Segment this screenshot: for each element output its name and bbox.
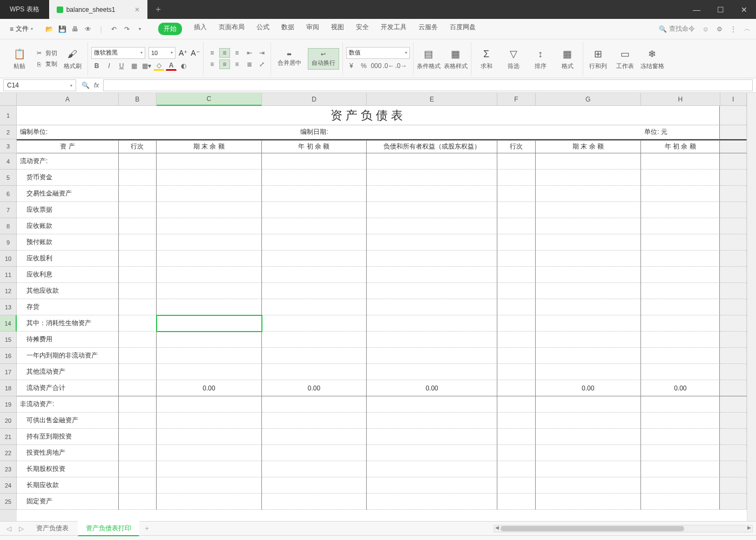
cells-area[interactable]: 资产负债表编制单位:编制日期:单位: 元资 产行次期 末 余 额年 初 余 额负… bbox=[17, 106, 747, 521]
col-header-I[interactable]: I bbox=[720, 93, 747, 106]
row-header-5[interactable]: 5 bbox=[0, 170, 17, 186]
new-tab-button[interactable]: ＋ bbox=[147, 0, 169, 19]
format-button[interactable]: ▦格式 bbox=[556, 47, 579, 70]
increase-font-icon[interactable]: A⁺ bbox=[179, 49, 187, 57]
percent-icon[interactable]: % bbox=[359, 61, 369, 71]
tab-data[interactable]: 数据 bbox=[281, 23, 294, 35]
tab-insert[interactable]: 插入 bbox=[194, 23, 207, 35]
smiley-icon[interactable]: ☺ bbox=[703, 25, 709, 33]
align-top-center-icon[interactable]: ≡ bbox=[219, 48, 230, 58]
gear-icon[interactable]: ⚙ bbox=[717, 25, 723, 33]
print-icon[interactable]: 🖶 bbox=[71, 25, 79, 33]
lens-icon[interactable]: 🔍 bbox=[82, 82, 90, 89]
tab-nav-prev-icon[interactable]: ◁ bbox=[3, 525, 15, 532]
row-header-9[interactable]: 9 bbox=[0, 234, 17, 251]
col-header-C[interactable]: C bbox=[157, 93, 262, 106]
filter-button[interactable]: ▽筛选 bbox=[502, 47, 525, 70]
row-header-8[interactable]: 8 bbox=[0, 218, 17, 234]
col-header-F[interactable]: F bbox=[497, 93, 535, 106]
paste-button[interactable]: 📋粘贴 bbox=[8, 47, 31, 70]
align-top-left-icon[interactable]: ≡ bbox=[207, 48, 218, 58]
row-header-10[interactable]: 10 bbox=[0, 251, 17, 267]
font-name-select[interactable]: 微软雅黑▾ bbox=[91, 47, 145, 59]
italic-icon[interactable]: I bbox=[104, 61, 114, 71]
close-window-icon[interactable]: ✕ bbox=[732, 0, 756, 19]
row-header-11[interactable]: 11 bbox=[0, 267, 17, 283]
col-header-B[interactable]: B bbox=[119, 93, 157, 106]
search-command[interactable]: 🔍 查找命令 bbox=[659, 24, 695, 33]
row-header-25[interactable]: 25 bbox=[0, 494, 17, 510]
row-header-4[interactable]: 4 bbox=[0, 153, 17, 170]
tab-review[interactable]: 审阅 bbox=[306, 23, 319, 35]
comma-icon[interactable]: 000 bbox=[371, 61, 382, 71]
font-color-icon[interactable]: A bbox=[166, 61, 177, 71]
preview-icon[interactable]: 👁 bbox=[84, 25, 92, 33]
row-header-19[interactable]: 19 bbox=[0, 396, 17, 413]
qat-dropdown-icon[interactable]: ▾ bbox=[136, 25, 144, 33]
maximize-icon[interactable]: ☐ bbox=[708, 0, 732, 19]
tab-baidu[interactable]: 百度网盘 bbox=[450, 23, 476, 35]
hscroll-thumb[interactable] bbox=[501, 526, 684, 531]
border-icon[interactable]: ▦ bbox=[129, 61, 139, 71]
format-brush-button[interactable]: 🖌格式刷 bbox=[60, 47, 84, 70]
select-all-corner[interactable] bbox=[0, 93, 17, 106]
align-top-right-icon[interactable]: ≡ bbox=[232, 48, 242, 58]
document-tab[interactable]: balance_sheets1 ✕ bbox=[49, 0, 148, 19]
align-justify-icon[interactable]: ≣ bbox=[244, 59, 255, 69]
number-format-select[interactable]: 数值▾ bbox=[346, 47, 410, 59]
conditional-format-button[interactable]: ▤条件格式 bbox=[417, 47, 441, 70]
col-header-G[interactable]: G bbox=[536, 93, 642, 106]
row-header-21[interactable]: 21 bbox=[0, 429, 17, 445]
increase-decimal-icon[interactable]: .0← bbox=[383, 61, 394, 71]
tab-security[interactable]: 安全 bbox=[356, 23, 369, 35]
row-header-13[interactable]: 13 bbox=[0, 299, 17, 315]
minimize-icon[interactable]: — bbox=[685, 0, 708, 19]
align-center-icon[interactable]: ≡ bbox=[219, 59, 230, 69]
tab-view[interactable]: 视图 bbox=[331, 23, 344, 35]
row-header-17[interactable]: 17 bbox=[0, 364, 17, 380]
tab-page-layout[interactable]: 页面布局 bbox=[219, 23, 245, 35]
align-left-icon[interactable]: ≡ bbox=[207, 59, 218, 69]
close-tab-icon[interactable]: ✕ bbox=[134, 6, 140, 14]
row-header-2[interactable]: 2 bbox=[0, 125, 17, 139]
worksheet-button[interactable]: ▭工作表 bbox=[613, 47, 637, 70]
file-menu[interactable]: ≡ 文件 ▾ bbox=[5, 22, 37, 36]
indent-increase-icon[interactable]: ⇥ bbox=[256, 48, 267, 58]
freeze-panes-button[interactable]: ❄冻结窗格 bbox=[640, 47, 664, 70]
indent-decrease-icon[interactable]: ⇤ bbox=[244, 48, 255, 58]
row-header-16[interactable]: 16 bbox=[0, 348, 17, 364]
orientation-icon[interactable]: ⤢ bbox=[256, 59, 267, 69]
add-sheet-icon[interactable]: ＋ bbox=[140, 524, 153, 533]
row-header-15[interactable]: 15 bbox=[0, 332, 17, 348]
view-read-icon[interactable]: ▥ bbox=[618, 538, 629, 541]
row-header-6[interactable]: 6 bbox=[0, 186, 17, 202]
row-header-1[interactable]: 1 bbox=[0, 106, 17, 125]
tab-dev-tools[interactable]: 开发工具 bbox=[381, 23, 407, 35]
cut-button[interactable]: ✂剪切 bbox=[35, 49, 57, 58]
tab-formula[interactable]: 公式 bbox=[256, 23, 269, 35]
row-header-18[interactable]: 18 bbox=[0, 380, 17, 396]
row-header-12[interactable]: 12 bbox=[0, 283, 17, 299]
decrease-font-icon[interactable]: A⁻ bbox=[191, 49, 199, 57]
fill-color-icon[interactable]: ◇ bbox=[153, 61, 164, 71]
col-header-A[interactable]: A bbox=[17, 93, 119, 106]
vertical-scrollbar[interactable] bbox=[747, 93, 756, 521]
wrap-text-button[interactable]: ↩自动换行 bbox=[308, 48, 339, 70]
horizontal-scrollbar[interactable]: ◀ ▶ bbox=[494, 525, 753, 532]
font-size-select[interactable]: 10▾ bbox=[148, 47, 176, 59]
sort-button[interactable]: ↕排序 bbox=[529, 47, 552, 70]
row-header-3[interactable]: 3 bbox=[0, 139, 17, 153]
col-header-E[interactable]: E bbox=[367, 93, 497, 106]
fx-icon[interactable]: fx bbox=[94, 82, 99, 89]
view-normal-icon[interactable]: ▦ bbox=[576, 538, 587, 541]
tab-cloud[interactable]: 云服务 bbox=[418, 23, 438, 35]
underline-icon[interactable]: U bbox=[116, 61, 127, 71]
col-header-H[interactable]: H bbox=[641, 93, 720, 106]
cell-fill-icon[interactable]: ▦▾ bbox=[141, 61, 152, 71]
open-icon[interactable]: 📂 bbox=[45, 25, 53, 33]
copy-button[interactable]: ⎘复制 bbox=[35, 60, 57, 69]
row-header-20[interactable]: 20 bbox=[0, 413, 17, 429]
merge-center-button[interactable]: ⬌合并居中 bbox=[274, 49, 305, 69]
row-header-7[interactable]: 7 bbox=[0, 202, 17, 218]
view-page-icon[interactable]: ▭ bbox=[590, 538, 601, 541]
